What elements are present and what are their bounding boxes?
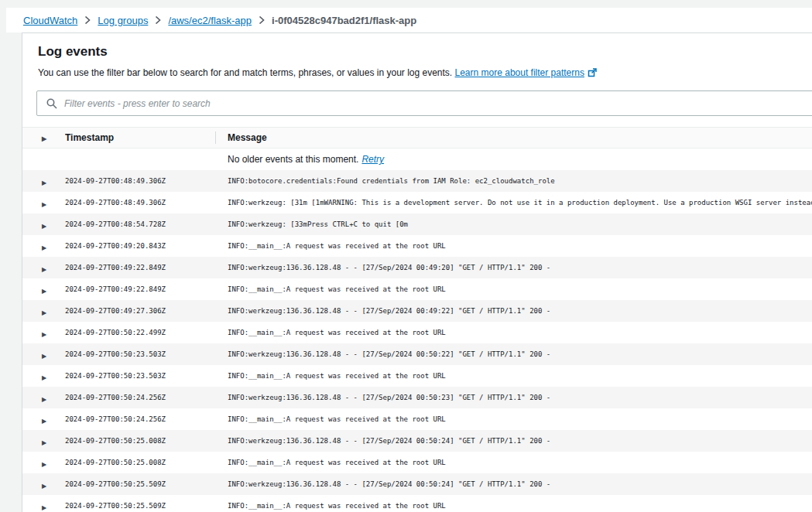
expand-all-icon[interactable]: ▶	[42, 135, 46, 142]
log-timestamp: 2024-09-27T00:49:20.843Z	[65, 242, 215, 250]
retry-link[interactable]: Retry	[361, 154, 384, 165]
log-event-row[interactable]: ▶ 2024-09-27T00:50:24.256Z INFO:__main__…	[22, 408, 812, 430]
expand-row-icon[interactable]: ▶	[42, 179, 46, 186]
log-timestamp: 2024-09-27T00:50:25.008Z	[65, 459, 215, 466]
breadcrumb-link-cloudwatch[interactable]: CloudWatch	[23, 15, 77, 26]
expand-row-icon[interactable]: ▶	[42, 266, 46, 273]
log-message: INFO:werkzeug: [33mPress CTRL+C to quit …	[215, 220, 812, 228]
learn-more-link[interactable]: Learn more about filter patterns	[455, 67, 584, 78]
breadcrumb-current-log-stream: i-0f04528c947bad2f1/flask-app	[272, 15, 416, 26]
expand-row-icon[interactable]: ▶	[42, 331, 46, 338]
log-event-row[interactable]: ▶ 2024-09-27T00:50:24.256Z INFO:werkzeug…	[22, 387, 812, 408]
external-link-icon	[588, 68, 597, 80]
log-message: INFO:__main__:A request was received at …	[215, 242, 812, 250]
log-event-row[interactable]: ▶ 2024-09-27T00:48:49.306Z INFO:werkzeug…	[22, 192, 812, 213]
breadcrumb: CloudWatch Log groups /aws/ec2/flask-app…	[6, 8, 812, 32]
log-timestamp: 2024-09-27T00:50:23.503Z	[65, 372, 215, 380]
log-event-row[interactable]: ▶ 2024-09-27T00:50:23.503Z INFO:__main__…	[22, 365, 812, 387]
log-timestamp: 2024-09-27T00:50:24.256Z	[65, 415, 215, 423]
log-message: INFO:werkzeug: [31m [1mWARNING: This is …	[215, 199, 812, 207]
chevron-right-icon	[84, 16, 91, 24]
column-divider	[215, 131, 216, 144]
log-message: INFO:werkzeug:136.36.128.48 - - [27/Sep/…	[215, 437, 812, 445]
page-title: Log events	[38, 44, 812, 60]
log-event-row[interactable]: ▶ 2024-09-27T00:50:25.509Z INFO:__main__…	[22, 495, 812, 512]
log-event-row[interactable]: ▶ 2024-09-27T00:48:54.728Z INFO:werkzeug…	[22, 213, 812, 235]
log-timestamp: 2024-09-27T00:48:49.306Z	[65, 177, 215, 185]
expand-row-icon[interactable]: ▶	[42, 288, 46, 295]
log-timestamp: 2024-09-27T00:50:25.509Z	[65, 480, 215, 488]
panel-description: You can use the filter bar below to sear…	[38, 67, 812, 80]
log-timestamp: 2024-09-27T00:49:22.849Z	[65, 285, 215, 293]
log-table-body: ▶ 2024-09-27T00:48:49.306Z INFO:botocore…	[22, 170, 812, 512]
expand-row-icon[interactable]: ▶	[42, 223, 46, 230]
expand-row-icon[interactable]: ▶	[42, 504, 46, 511]
expand-row-icon[interactable]: ▶	[42, 309, 46, 316]
log-timestamp: 2024-09-27T00:50:22.499Z	[65, 329, 215, 336]
expand-row-icon[interactable]: ▶	[42, 461, 46, 468]
log-event-row[interactable]: ▶ 2024-09-27T00:49:22.849Z INFO:werkzeug…	[22, 257, 812, 278]
panel-description-text: You can use the filter bar below to sear…	[38, 67, 452, 78]
log-events-panel: Log events You can use the filter bar be…	[22, 32, 812, 512]
log-event-row[interactable]: ▶ 2024-09-27T00:50:25.008Z INFO:__main__…	[22, 452, 812, 473]
filter-events-input[interactable]	[63, 91, 810, 115]
log-message: INFO:werkzeug:136.36.128.48 - - [27/Sep/…	[215, 307, 812, 315]
log-timestamp: 2024-09-27T00:50:24.256Z	[65, 394, 215, 401]
log-timestamp: 2024-09-27T00:48:54.728Z	[65, 220, 215, 228]
expand-row-icon[interactable]: ▶	[42, 353, 46, 360]
column-header-message: Message	[228, 132, 267, 143]
log-event-row[interactable]: ▶ 2024-09-27T00:48:49.306Z INFO:botocore…	[22, 170, 812, 192]
log-message: INFO:__main__:A request was received at …	[215, 502, 812, 510]
log-event-row[interactable]: ▶ 2024-09-27T00:50:25.008Z INFO:werkzeug…	[22, 430, 812, 452]
log-timestamp: 2024-09-27T00:49:22.849Z	[65, 264, 215, 271]
log-event-row[interactable]: ▶ 2024-09-27T00:50:22.499Z INFO:__main__…	[22, 322, 812, 343]
no-older-events-row: No older events at this moment.Retry	[22, 148, 812, 170]
breadcrumb-link-log-groups[interactable]: Log groups	[98, 15, 148, 26]
chevron-right-icon	[155, 16, 161, 24]
expand-row-icon[interactable]: ▶	[42, 483, 46, 490]
log-message: INFO:werkzeug:136.36.128.48 - - [27/Sep/…	[215, 264, 812, 271]
table-header-row: ▶ Timestamp Message	[22, 128, 812, 148]
log-timestamp: 2024-09-27T00:50:25.509Z	[65, 502, 215, 510]
log-message: INFO:werkzeug:136.36.128.48 - - [27/Sep/…	[215, 480, 812, 488]
filter-events-bar	[36, 90, 812, 116]
column-header-timestamp: Timestamp	[65, 132, 215, 143]
log-message: INFO:werkzeug:136.36.128.48 - - [27/Sep/…	[215, 350, 812, 358]
breadcrumb-link-log-group-name[interactable]: /aws/ec2/flask-app	[168, 15, 252, 26]
log-message: INFO:werkzeug:136.36.128.48 - - [27/Sep/…	[215, 394, 812, 401]
log-event-row[interactable]: ▶ 2024-09-27T00:50:25.509Z INFO:werkzeug…	[22, 473, 812, 495]
expand-row-icon[interactable]: ▶	[42, 244, 46, 251]
log-event-row[interactable]: ▶ 2024-09-27T00:50:23.503Z INFO:werkzeug…	[22, 343, 812, 365]
log-event-row[interactable]: ▶ 2024-09-27T00:49:27.306Z INFO:werkzeug…	[22, 300, 812, 322]
log-timestamp: 2024-09-27T00:50:23.503Z	[65, 350, 215, 358]
log-timestamp: 2024-09-27T00:50:25.008Z	[65, 437, 215, 445]
no-older-events-text: No older events at this moment.	[228, 154, 358, 165]
log-message: INFO:__main__:A request was received at …	[215, 415, 812, 423]
log-event-row[interactable]: ▶ 2024-09-27T00:49:22.849Z INFO:__main__…	[22, 278, 812, 300]
log-message: INFO:__main__:A request was received at …	[215, 372, 812, 380]
log-event-row[interactable]: ▶ 2024-09-27T00:49:20.843Z INFO:__main__…	[22, 235, 812, 257]
log-message: INFO:__main__:A request was received at …	[215, 285, 812, 293]
expand-row-icon[interactable]: ▶	[42, 396, 46, 403]
log-message: INFO:botocore.credentials:Found credenti…	[215, 177, 812, 185]
log-timestamp: 2024-09-27T00:49:27.306Z	[65, 307, 215, 315]
expand-row-icon[interactable]: ▶	[42, 201, 46, 208]
expand-row-icon[interactable]: ▶	[42, 439, 46, 446]
log-events-table: ▶ Timestamp Message No older events at t…	[22, 127, 812, 512]
expand-row-icon[interactable]: ▶	[42, 418, 46, 425]
chevron-right-icon	[259, 16, 265, 24]
log-timestamp: 2024-09-27T00:48:49.306Z	[65, 199, 215, 207]
log-message: INFO:__main__:A request was received at …	[215, 459, 812, 466]
expand-row-icon[interactable]: ▶	[42, 374, 46, 381]
log-message: INFO:__main__:A request was received at …	[215, 329, 812, 336]
search-icon	[46, 98, 57, 109]
